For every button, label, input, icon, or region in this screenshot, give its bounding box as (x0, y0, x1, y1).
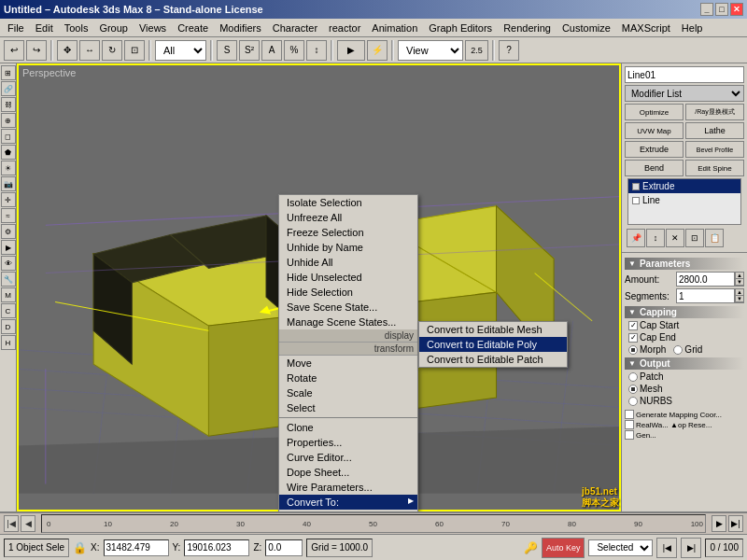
cap-end-check[interactable] (628, 333, 638, 343)
select-obj-btn[interactable]: ⊞ (1, 65, 16, 80)
ctx-clone[interactable]: Clone (279, 420, 417, 435)
ctx-wire-parameters[interactable]: Wire Parameters... (279, 480, 417, 495)
render-button[interactable]: ⚡ (367, 40, 388, 61)
menu-views[interactable]: Views (134, 21, 172, 35)
amount-down[interactable]: ▼ (736, 279, 743, 286)
geometry-btn[interactable]: ◻ (1, 129, 16, 144)
move-button[interactable]: ↔ (79, 40, 100, 61)
amount-up[interactable]: ▲ (736, 273, 743, 279)
menu-modifiers[interactable]: Modifiers (214, 21, 267, 35)
pin-icon[interactable]: 📌 (627, 229, 645, 247)
z-coord-input[interactable] (265, 539, 303, 556)
segments-down[interactable]: ▼ (736, 296, 743, 302)
hierarchy-btn[interactable]: H (1, 335, 16, 350)
systems-btn[interactable]: ⚙ (1, 224, 16, 239)
prev-frame-btn[interactable]: |◀ (4, 515, 19, 532)
modifier-list-dropdown[interactable]: Modifier List (625, 85, 744, 102)
modifier-line[interactable]: Line (628, 193, 740, 207)
ctx-scale[interactable]: Scale (279, 385, 417, 400)
spinner-snap-button[interactable]: ↕ (306, 40, 327, 61)
minimize-button[interactable]: _ (700, 3, 713, 16)
snap-button[interactable]: S (217, 40, 237, 61)
unlink-btn[interactable]: ⛓ (1, 97, 16, 112)
menu-create[interactable]: Create (172, 21, 214, 35)
link-btn[interactable]: 🔗 (1, 81, 16, 96)
ctx-save-scene-state[interactable]: Save Scene State... (279, 300, 417, 315)
realweld-check[interactable] (625, 420, 634, 429)
lock-icon[interactable]: 🔒 (73, 541, 87, 554)
ray-mode-btn[interactable]: /Ray显换模式 (685, 104, 744, 120)
cameras-btn[interactable]: 📷 (1, 176, 16, 191)
ctx-hide-unselected[interactable]: Hide Unselected (279, 270, 417, 285)
ctx-hide-selection[interactable]: Hide Selection (279, 285, 417, 300)
close-button[interactable]: ✕ (730, 3, 743, 16)
ctx-curve-editor[interactable]: Curve Editor... (279, 450, 417, 465)
filter-dropdown[interactable]: All (155, 40, 206, 61)
prev-frame-status-btn[interactable]: |◀ (656, 538, 677, 558)
segments-input[interactable] (676, 288, 735, 303)
scale-button[interactable]: ⊡ (124, 40, 145, 61)
segments-spinner[interactable]: ▲ ▼ (735, 288, 744, 303)
menu-graph-editors[interactable]: Graph Editors (423, 21, 498, 35)
modifier-extrude[interactable]: Extrude (628, 179, 740, 193)
amount-spinner[interactable]: ▲ ▼ (735, 272, 744, 287)
menu-file[interactable]: File (2, 21, 30, 35)
gen-mapping-check[interactable] (625, 410, 634, 419)
submenu-editable-patch[interactable]: Convert to Editable Patch (419, 352, 567, 367)
viewport-container[interactable]: Perspective (17, 63, 621, 511)
mesh-radio[interactable] (628, 385, 638, 394)
timeline-ruler[interactable]: 0 10 20 30 40 50 60 70 80 90 100 (41, 514, 706, 533)
selected-dropdown[interactable]: Selected (588, 539, 653, 556)
uvw-map-btn[interactable]: UVW Map (625, 122, 684, 139)
motion-btn[interactable]: ▶ (1, 240, 16, 255)
bend-btn[interactable]: Bend (625, 160, 684, 176)
next-frame-btn[interactable]: ▶| (728, 515, 743, 532)
x-coord-input[interactable] (104, 539, 169, 556)
nurbs-radio[interactable] (628, 397, 638, 406)
object-name-input[interactable] (625, 66, 744, 83)
amount-input[interactable] (676, 272, 735, 287)
menu-edit[interactable]: Edit (30, 21, 59, 35)
angle-snap-button[interactable]: A (261, 40, 282, 61)
lights-btn[interactable]: ☀ (1, 161, 16, 175)
lathe-btn[interactable]: Lathe (685, 122, 744, 139)
optimize-btn[interactable]: Optimize (625, 104, 684, 120)
submenu-editable-mesh[interactable]: Convert to Editable Mesh (419, 322, 567, 337)
helpers-btn[interactable]: ✛ (1, 192, 16, 207)
segments-up[interactable]: ▲ (736, 289, 743, 296)
patch-radio[interactable] (628, 372, 638, 382)
prev-key-btn[interactable]: ◀ (21, 515, 35, 532)
ctx-unhide-by-name[interactable]: Unhide by Name (279, 240, 417, 255)
bevel-profile-btn[interactable]: Bevel Profile (685, 141, 744, 158)
cap-start-check[interactable] (628, 321, 638, 330)
ctx-select[interactable]: Select (279, 400, 417, 415)
ctx-unfreeze-all[interactable]: Unfreeze All (279, 210, 417, 225)
menu-tools[interactable]: Tools (59, 21, 94, 35)
menu-maxscript[interactable]: MAXScript (616, 21, 676, 35)
menu-help[interactable]: Help (676, 21, 709, 35)
next-frame-status-btn[interactable]: ▶| (681, 538, 701, 558)
next-key-btn[interactable]: ▶ (712, 515, 726, 532)
maximize-button[interactable]: □ (715, 3, 728, 16)
ctx-isolate-selection[interactable]: Isolate Selection (279, 195, 417, 210)
rotate-button[interactable]: ↻ (102, 40, 122, 61)
help-button[interactable]: ? (499, 40, 519, 61)
ctx-manage-scene-states[interactable]: Manage Scene States... (279, 315, 417, 329)
menu-customize[interactable]: Customize (557, 21, 616, 35)
submenu-editable-poly[interactable]: Convert to Editable Poly (419, 337, 567, 352)
ctx-properties[interactable]: Properties... (279, 435, 417, 450)
menu-reactor[interactable]: reactor (323, 21, 366, 35)
menu-group[interactable]: Group (93, 21, 134, 35)
shapes-btn[interactable]: ⬟ (1, 145, 16, 160)
redo-button[interactable]: ↪ (26, 40, 47, 61)
delete-mod-icon[interactable]: ✕ (666, 229, 684, 247)
create-btn[interactable]: C (1, 303, 16, 318)
utils-btn[interactable]: 🔧 (1, 272, 16, 287)
gen-check[interactable] (625, 430, 634, 440)
menu-rendering[interactable]: Rendering (498, 21, 557, 35)
ctx-vray-properties[interactable]: VRay 属性 (279, 510, 417, 511)
grid-radio[interactable] (673, 345, 683, 355)
display2-btn[interactable]: D (1, 319, 16, 334)
extrude-btn[interactable]: Extrude (625, 141, 684, 158)
ctx-freeze-selection[interactable]: Freeze Selection (279, 225, 417, 240)
